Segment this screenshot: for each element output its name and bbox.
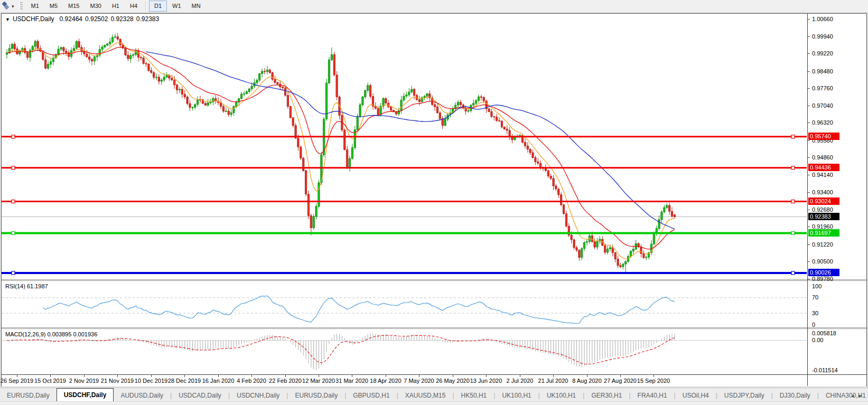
timeframe-button-mn[interactable]: MN	[186, 1, 206, 12]
ohlc-low: 0.92328	[110, 15, 133, 23]
timeframe-button-m5[interactable]: M5	[44, 1, 63, 12]
hline-anchor[interactable]	[12, 166, 15, 169]
hline-anchor[interactable]	[791, 271, 795, 275]
price-tick-label: 0.94140	[812, 172, 833, 178]
hline-0.95740[interactable]	[2, 135, 807, 138]
date-tick-mark	[553, 375, 554, 377]
timeframe-button-m1[interactable]: M1	[26, 1, 44, 12]
timeframe-button-h1[interactable]: H1	[107, 1, 125, 12]
date-label: 28 Dec 2019	[168, 378, 201, 384]
chart-tab-uk100-h1[interactable]: UK100,H1	[540, 389, 583, 402]
date-label: 18 Apr 2020	[370, 378, 401, 384]
price-tick-mark	[808, 140, 810, 141]
tab-scroll-arrows[interactable]: ◄►	[850, 393, 866, 399]
date-tick-mark	[620, 375, 621, 377]
chart-tab-fra40-h1[interactable]: FRA40,H1	[631, 389, 674, 402]
chart-tab-dj30-daily[interactable]: DJ30,Daily	[773, 389, 817, 402]
price-tick-label: 0.99220	[812, 50, 833, 56]
chart-tab-usdcad-daily[interactable]: USDCAD,Daily	[172, 389, 228, 402]
rsi-chart-canvas[interactable]	[2, 281, 807, 327]
timeframe-button-h4[interactable]: H4	[125, 1, 143, 12]
hline-0.91697[interactable]	[2, 232, 807, 235]
price-tick-label: 1.00660	[812, 16, 833, 22]
hline-anchor[interactable]	[12, 271, 15, 275]
hline-anchor[interactable]	[12, 232, 15, 235]
price-tick-mark	[808, 88, 810, 89]
rsi-axis-label-100: 100	[812, 283, 822, 289]
toolbar-dropdown-icon[interactable]: ▾	[12, 4, 14, 9]
time-axis[interactable]: 26 Sep 201915 Oct 20192 Nov 201921 Nov 2…	[2, 374, 866, 387]
date-tick-mark	[319, 375, 319, 377]
hline-0.94436[interactable]	[2, 166, 807, 169]
hline-0.90026[interactable]	[2, 271, 807, 275]
ma-mid-line	[7, 47, 675, 249]
rsi-axis-label-30: 30	[812, 310, 818, 316]
rsi-axis-label-0: 0	[812, 322, 815, 328]
hline-0.93024[interactable]	[2, 200, 807, 203]
date-label: 15 Sep 2020	[637, 378, 670, 384]
chart-tab-gbpusd-h1[interactable]: GBPUSD,H1	[346, 389, 396, 402]
chart-tab-usdjpy-daily[interactable]: USDJPY,Daily	[717, 389, 771, 402]
tab-scroll-right-icon[interactable]: ►	[858, 393, 866, 399]
price-tick-mark	[808, 157, 810, 158]
status-bar	[0, 401, 868, 405]
price-tick-mark	[808, 279, 810, 279]
toolbar-grip[interactable]	[20, 2, 23, 11]
hline-anchor[interactable]	[791, 135, 795, 138]
date-label: 13 Jun 2020	[470, 378, 502, 384]
price-tick-mark	[808, 19, 810, 20]
chart-tab-usdchf-daily[interactable]: USDCHF,Daily	[57, 388, 114, 402]
chart-tab-uk100-h1[interactable]: UK100,H1	[495, 389, 538, 402]
macd-signal-line	[7, 335, 675, 364]
date-label: 10 Dec 2019	[135, 378, 167, 384]
rsi-pane: RSI(14) 61.1987	[2, 281, 866, 327]
date-label: 15 Oct 2019	[34, 378, 66, 384]
price-tag-0.91697: 0.91697	[808, 229, 839, 237]
price-axis[interactable]: 1.006600.999400.992200.984800.977600.970…	[807, 14, 866, 386]
hline-anchor[interactable]	[12, 135, 15, 138]
chart-tab-audusd-daily[interactable]: AUDUSD,Daily	[114, 389, 170, 402]
date-tick-mark	[251, 375, 252, 377]
timeframe-button-d1[interactable]: D1	[149, 1, 167, 12]
periods-icon[interactable]	[2, 2, 11, 11]
ma-fast-line	[7, 43, 675, 259]
macd-chart-canvas[interactable]	[2, 329, 807, 374]
tab-scroll-left-icon[interactable]: ◄	[850, 393, 858, 399]
price-tag-0.93024: 0.93024	[808, 197, 839, 205]
date-tick-mark	[352, 375, 352, 377]
chart-tab-usdcnh-daily[interactable]: USDCNH,Daily	[230, 389, 286, 402]
price-tag-0.90026: 0.90026	[808, 269, 839, 276]
hline-anchor[interactable]	[12, 200, 15, 203]
timeframe-button-m30[interactable]: M30	[85, 1, 107, 12]
price-tick-label: 0.97760	[812, 85, 833, 91]
price-tick-label: 0.90500	[812, 258, 833, 265]
price-pane: ▼USDCHF,Daily0.924640.925020.923280.9238…	[2, 14, 866, 279]
date-label: 8 Aug 2020	[572, 378, 602, 384]
chart-tab-eurusd-daily[interactable]: EURUSD,Daily	[288, 389, 344, 402]
macd-histogram	[7, 333, 675, 370]
date-tick-mark	[453, 375, 453, 377]
collapse-icon[interactable]: ▼	[5, 17, 10, 22]
price-tick-label: 0.91220	[812, 241, 833, 248]
price-chart-canvas[interactable]	[2, 14, 807, 279]
mt4-app: ▾ M1M5M15M30H1H4D1W1MN ▼USDCHF,Daily0.92…	[0, 0, 868, 405]
chart-tab-usoil-h4[interactable]: USOil,H4	[676, 389, 716, 402]
price-tick-label: 0.97040	[812, 102, 833, 109]
chart-tab-eurusd-daily[interactable]: EURUSD,Daily	[0, 389, 57, 402]
ohlc-close: 0.92383	[136, 15, 159, 23]
chart-tab-ger30-h1[interactable]: GER30,H1	[584, 389, 629, 402]
date-tick-mark	[419, 375, 419, 377]
date-tick-mark	[520, 375, 520, 377]
timeframe-button-w1[interactable]: W1	[167, 1, 186, 12]
date-tick-mark	[184, 375, 185, 377]
chart-tab-xauusd-m15[interactable]: XAUUSD,M15	[398, 389, 453, 402]
price-tick-label: 0.89780	[812, 276, 833, 282]
chart-tab-hk50-h1[interactable]: HK50,H1	[454, 389, 494, 402]
price-tick-mark	[808, 123, 810, 123]
hline-anchor[interactable]	[791, 200, 795, 203]
timeframe-button-m15[interactable]: M15	[63, 1, 85, 12]
hline-anchor[interactable]	[791, 232, 795, 235]
hline-anchor[interactable]	[791, 166, 795, 169]
chart-tabbar: EURUSD,DailyUSDCHF,DailyAUDUSD,Daily|USD…	[0, 388, 868, 402]
chart-window: ▼USDCHF,Daily0.924640.925020.923280.9238…	[1, 13, 867, 387]
